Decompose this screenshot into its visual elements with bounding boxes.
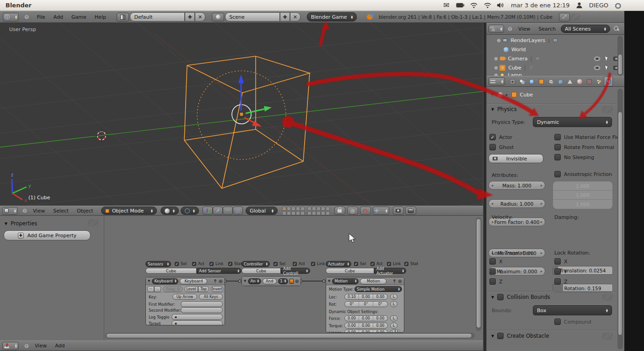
selectable-cursor-icon[interactable] xyxy=(605,65,608,70)
pulse-false-button[interactable]: ... xyxy=(154,286,161,292)
manipulator-y-arrow[interactable] xyxy=(264,106,272,112)
physics-panel-header[interactable]: ▼Physics xyxy=(491,106,517,112)
clock[interactable]: mar 3 de ene 12:19 xyxy=(511,2,570,9)
actuators-filter-link-checkbox[interactable]: ✓ xyxy=(387,262,391,266)
loc-values[interactable]: 0.100.000.00 xyxy=(344,294,388,300)
tab-modifiers[interactable] xyxy=(556,76,565,86)
scene-delete-button[interactable]: ✕ xyxy=(290,12,300,21)
collision-bounds-checkbox[interactable] xyxy=(497,294,504,300)
torque-local-button[interactable]: L xyxy=(390,323,397,329)
properties-scrollbar-thumb[interactable] xyxy=(618,112,623,335)
engine-select[interactable]: Blender Game xyxy=(307,12,357,21)
sensors-filter-select[interactable]: Sensors xyxy=(145,261,171,267)
scene-browse-button[interactable] xyxy=(212,13,225,21)
menu-select[interactable]: Select xyxy=(49,208,73,214)
collapse-triangle[interactable]: ▼ xyxy=(326,279,332,283)
outliner-row-cube[interactable]: ⊕ ▽ Cube | ▽ xyxy=(487,63,624,72)
linear-local-button[interactable]: L xyxy=(390,330,395,333)
controllers-filter-link-checkbox[interactable]: ✓ xyxy=(311,262,315,266)
all-keys-button[interactable]: All Keys xyxy=(199,294,223,300)
screen-add-button[interactable]: ✚ xyxy=(185,12,195,21)
menu-game[interactable]: Game xyxy=(67,14,91,20)
scene-add-button[interactable]: ✚ xyxy=(280,12,290,21)
target-field[interactable]: ▪ xyxy=(172,320,223,325)
snap-element-select[interactable]: ✛ xyxy=(373,207,389,215)
outliner-scrollbar[interactable] xyxy=(617,36,623,76)
pin-icon[interactable] xyxy=(213,279,217,283)
sensors-filter-sel-checkbox[interactable]: ✓ xyxy=(175,262,179,266)
create-obstacle-checkbox[interactable] xyxy=(497,333,504,339)
logic-vscrollbar[interactable] xyxy=(476,218,482,331)
controller-type-select[interactable]: An xyxy=(248,278,261,284)
linear-values[interactable]: 0.000.000.00 xyxy=(344,330,388,333)
manipulator-translate-button[interactable]: ↗ xyxy=(213,207,223,215)
scenes-display-select[interactable]: All Scenes xyxy=(561,25,610,33)
layers-group-2[interactable] xyxy=(307,207,330,215)
collapse-menus-button[interactable]: ⊖ xyxy=(21,207,29,214)
controllers-filter-sel-checkbox[interactable]: ✓ xyxy=(274,262,278,266)
sensors-filter-act-checkbox[interactable]: ✓ xyxy=(192,262,196,266)
linear-add-button[interactable]: A xyxy=(395,330,400,333)
collapse-menus-button[interactable]: ⊖ xyxy=(22,343,31,349)
torque-values[interactable]: 0.000.000.00 xyxy=(344,323,388,329)
search-icon[interactable] xyxy=(614,26,619,32)
scene-field[interactable]: Scene xyxy=(225,12,279,21)
collapse-triangle[interactable]: ▼ xyxy=(242,279,248,283)
force-values[interactable]: 0.000.000.00 xyxy=(344,315,388,321)
menu-add[interactable]: Add xyxy=(49,14,67,20)
logic-hscrollbar-thumb[interactable] xyxy=(106,333,472,338)
item-label[interactable]: RenderLayers xyxy=(510,37,545,43)
menu-view[interactable]: View xyxy=(514,26,534,32)
user-name[interactable]: DIEGO xyxy=(589,2,608,9)
layers-group-1[interactable] xyxy=(282,207,305,215)
invert-toggle[interactable]: Invert xyxy=(211,286,224,292)
and-controller-block[interactable]: ▼ An And 1 ⊗ xyxy=(242,276,301,286)
editor-type-properties-button[interactable] xyxy=(488,77,505,85)
tab-world[interactable] xyxy=(527,76,536,86)
controller-name-field[interactable]: And xyxy=(263,278,277,284)
outliner-scrollbar-thumb[interactable] xyxy=(618,54,623,75)
menu-object[interactable]: Object xyxy=(73,208,97,214)
delete-controller-button[interactable]: ⊗ xyxy=(295,278,299,284)
rot-local-button[interactable]: L xyxy=(390,301,397,307)
pulse-true-button[interactable]: ''' xyxy=(147,286,154,292)
delete-actuator-button[interactable]: ⊗ xyxy=(398,278,402,284)
menu-view[interactable]: View xyxy=(29,208,49,214)
rot-values[interactable]: 0°0°0° xyxy=(344,301,388,307)
tap-toggle[interactable]: Tap xyxy=(198,286,209,292)
ghost-checkbox[interactable]: Ghost xyxy=(489,144,514,150)
manipulator-scale-button[interactable]: ◻ xyxy=(233,207,243,215)
transform-manipulator[interactable] xyxy=(232,74,272,127)
physics-type-select[interactable]: Dynamic xyxy=(533,117,612,127)
mail-icon[interactable]: ✉ xyxy=(442,2,451,9)
outliner-row-world[interactable]: World xyxy=(487,45,624,54)
actor-checkbox[interactable]: ✓Actor xyxy=(489,134,512,140)
actuators-filter-sel-checkbox[interactable]: ✓ xyxy=(354,262,358,266)
lock-rotation-x-checkbox[interactable]: X xyxy=(554,258,568,265)
invisible-toggle[interactable]: Invisible xyxy=(488,154,543,163)
actuator-type-select[interactable]: Motion xyxy=(332,278,359,284)
frequency-field[interactable]: Freq: 0 xyxy=(163,286,183,292)
keyboard-sensor-block[interactable]: ▼ Keyboard Keyboard ⊗ ''' ... Freq: 0 Le… xyxy=(145,277,225,325)
second-modifier-field[interactable] xyxy=(181,307,223,313)
loc-local-button[interactable]: L xyxy=(390,294,397,300)
proportional-edit-button[interactable]: ◎ xyxy=(347,207,358,215)
breadcrumb-object[interactable]: Cube xyxy=(520,92,533,98)
logic-vscrollbar-thumb[interactable] xyxy=(476,218,481,328)
log-toggle-field[interactable]: ▪ xyxy=(172,314,223,320)
tab-physics[interactable] xyxy=(604,76,613,86)
tab-texture[interactable] xyxy=(585,76,594,86)
tab-object[interactable] xyxy=(537,76,546,86)
controller-state-select[interactable]: 1 xyxy=(278,278,288,284)
motion-actuator-block[interactable]: ▼ Motion Motion ⊗ Motion Type: Simple Mo… xyxy=(326,277,404,333)
item-label[interactable]: Cube xyxy=(508,65,521,71)
lock-translation-x-checkbox[interactable]: X xyxy=(489,258,503,265)
session-gear-icon[interactable]: ⛭ xyxy=(614,2,622,9)
outliner-row-lamp[interactable]: ⊕ Lamp xyxy=(487,72,624,76)
visibility-eye-icon[interactable] xyxy=(594,66,600,70)
screen-layout-field[interactable]: Default xyxy=(130,12,184,21)
no-sleeping-checkbox[interactable]: No Sleeping xyxy=(554,154,594,160)
viewport-3d[interactable]: z y x User Persp (1) Cube xyxy=(0,23,483,206)
expand-icon[interactable]: ⊕ xyxy=(494,73,498,76)
add-controller-button[interactable]: Add Controll xyxy=(281,268,310,274)
